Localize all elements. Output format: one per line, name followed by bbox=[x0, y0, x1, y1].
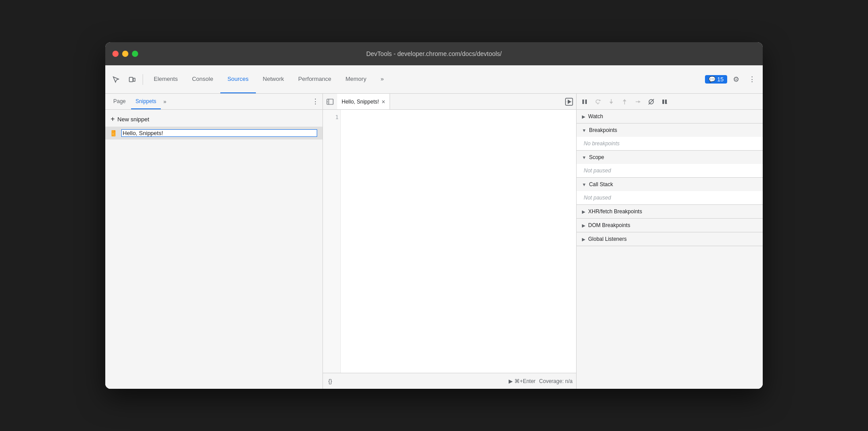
svg-marker-14 bbox=[609, 102, 613, 104]
notification-icon: 💬 bbox=[709, 76, 716, 83]
section-breakpoints-label: Breakpoints bbox=[589, 127, 617, 133]
devtools-window: DevTools - developer.chrome.com/docs/dev… bbox=[105, 42, 763, 389]
debug-step-into-btn[interactable] bbox=[605, 96, 617, 108]
editor-tab-snippets[interactable]: Hello, Snippets! × bbox=[337, 94, 390, 109]
panel-tab-more[interactable]: » bbox=[162, 99, 168, 105]
right-panel: Watch Breakpoints No breakpoints bbox=[576, 94, 763, 389]
panel-tabs: Page Snippets » ⋮ bbox=[105, 94, 323, 110]
toolbar-right: 💬 15 ⚙ ⋮ bbox=[705, 72, 759, 87]
snippet-item[interactable]: >_ Hello, Snippets! bbox=[105, 127, 323, 140]
tab-elements[interactable]: Elements bbox=[147, 65, 185, 93]
debug-step-out-btn[interactable] bbox=[618, 96, 631, 108]
section-scope-header[interactable]: Scope bbox=[577, 151, 763, 164]
section-global-listeners-header[interactable]: Global Listeners bbox=[577, 232, 763, 246]
editor-area: 1 bbox=[323, 110, 576, 373]
section-breakpoints-header[interactable]: Breakpoints bbox=[577, 124, 763, 137]
section-xhr-fetch: XHR/fetch Breakpoints bbox=[577, 205, 763, 219]
section-dom-breakpoints-label: DOM Breakpoints bbox=[588, 222, 630, 228]
tab-network[interactable]: Network bbox=[256, 65, 291, 93]
editor-tab-close[interactable]: × bbox=[382, 98, 385, 105]
inspect-element-btn[interactable] bbox=[109, 72, 123, 87]
global-listeners-arrow-icon bbox=[582, 237, 585, 242]
tab-performance[interactable]: Performance bbox=[291, 65, 338, 93]
section-watch-header[interactable]: Watch bbox=[577, 110, 763, 123]
editor-run-btn[interactable] bbox=[562, 95, 576, 109]
svg-marker-18 bbox=[638, 100, 641, 103]
section-dom-breakpoints: DOM Breakpoints bbox=[577, 219, 763, 232]
close-button[interactable] bbox=[112, 51, 119, 57]
dom-breakpoints-arrow-icon bbox=[582, 223, 585, 228]
devtools-body: Elements Console Sources Network Perform… bbox=[105, 65, 763, 389]
panel-tab-snippets[interactable]: Snippets bbox=[131, 94, 161, 109]
watch-arrow-icon bbox=[582, 114, 585, 119]
snippet-name[interactable]: Hello, Snippets! bbox=[121, 129, 317, 137]
code-editor[interactable] bbox=[341, 110, 576, 373]
section-scope-label: Scope bbox=[589, 154, 604, 160]
run-with-shortcut-btn[interactable]: ▶ ⌘+Enter bbox=[509, 378, 536, 384]
maximize-button[interactable] bbox=[132, 51, 138, 57]
svg-text:>_: >_ bbox=[112, 132, 115, 136]
svg-rect-4 bbox=[327, 99, 333, 104]
title-bar: DevTools - developer.chrome.com/docs/dev… bbox=[105, 42, 763, 65]
debug-pause-btn[interactable] bbox=[578, 96, 591, 108]
device-toolbar-btn[interactable] bbox=[125, 72, 139, 87]
editor-toggle-btn[interactable] bbox=[323, 95, 337, 109]
debug-pause-exceptions-btn[interactable] bbox=[658, 96, 671, 108]
line-number-1: 1 bbox=[325, 113, 338, 121]
section-global-listeners-label: Global Listeners bbox=[588, 236, 627, 242]
editor-footer: {} ▶ ⌘+Enter Coverage: n/a bbox=[323, 373, 576, 389]
run-shortcut: ⌘+Enter bbox=[514, 378, 536, 384]
section-call-stack-label: Call Stack bbox=[589, 181, 613, 188]
debug-step-btn[interactable] bbox=[632, 96, 644, 108]
debugger-toolbar bbox=[577, 94, 763, 110]
traffic-lights bbox=[112, 51, 138, 57]
editor-tab-label: Hello, Snippets! bbox=[342, 99, 379, 105]
tab-console[interactable]: Console bbox=[185, 65, 220, 93]
run-icon: ▶ bbox=[509, 378, 513, 384]
section-global-listeners: Global Listeners bbox=[577, 232, 763, 246]
minimize-button[interactable] bbox=[122, 51, 128, 57]
scope-arrow-icon bbox=[582, 155, 586, 160]
section-xhr-fetch-header[interactable]: XHR/fetch Breakpoints bbox=[577, 205, 763, 218]
toolbar-divider-1 bbox=[143, 74, 143, 85]
tab-sources[interactable]: Sources bbox=[220, 65, 256, 93]
panel-tab-page[interactable]: Page bbox=[109, 94, 130, 109]
tab-bar: Elements Console Sources Network Perform… bbox=[147, 65, 703, 93]
editor-tabs: Hello, Snippets! × bbox=[323, 94, 576, 110]
settings-icon: ⚙ bbox=[733, 75, 739, 84]
main-content: Page Snippets » ⋮ + New snippet bbox=[105, 94, 763, 389]
plus-icon: + bbox=[111, 115, 115, 123]
notification-badge[interactable]: 💬 15 bbox=[705, 75, 727, 84]
svg-marker-11 bbox=[599, 100, 601, 101]
center-panel: Hello, Snippets! × 1 bbox=[323, 94, 576, 389]
section-watch-label: Watch bbox=[588, 113, 603, 120]
svg-rect-10 bbox=[585, 100, 587, 104]
section-breakpoints-content: No breakpoints bbox=[577, 137, 763, 150]
new-snippet-btn[interactable]: + New snippet bbox=[105, 112, 323, 127]
debug-deactivate-btn[interactable] bbox=[645, 96, 657, 108]
section-scope-content: Not paused bbox=[577, 164, 763, 177]
settings-btn[interactable]: ⚙ bbox=[729, 72, 743, 87]
panel-tab-menu[interactable]: ⋮ bbox=[312, 97, 319, 106]
section-xhr-fetch-label: XHR/fetch Breakpoints bbox=[588, 208, 642, 215]
svg-rect-21 bbox=[662, 100, 664, 104]
svg-rect-1 bbox=[133, 78, 135, 81]
top-toolbar: Elements Console Sources Network Perform… bbox=[105, 65, 763, 94]
tab-more[interactable]: » bbox=[374, 65, 391, 93]
window-title: DevTools - developer.chrome.com/docs/dev… bbox=[366, 50, 502, 57]
section-dom-breakpoints-header[interactable]: DOM Breakpoints bbox=[577, 219, 763, 232]
tab-memory[interactable]: Memory bbox=[338, 65, 374, 93]
right-sections: Watch Breakpoints No breakpoints bbox=[577, 110, 763, 389]
section-breakpoints: Breakpoints No breakpoints bbox=[577, 124, 763, 151]
left-panel: Page Snippets » ⋮ + New snippet bbox=[105, 94, 323, 389]
panel-content: + New snippet >_ Hello, Snippets! bbox=[105, 110, 323, 389]
svg-rect-0 bbox=[129, 77, 133, 82]
debug-step-over-btn[interactable] bbox=[592, 96, 604, 108]
section-watch: Watch bbox=[577, 110, 763, 124]
format-btn[interactable]: {} bbox=[326, 377, 334, 385]
section-call-stack-header[interactable]: Call Stack bbox=[577, 178, 763, 191]
xhr-fetch-arrow-icon bbox=[582, 209, 585, 214]
breakpoints-arrow-icon bbox=[582, 128, 586, 133]
more-options-btn[interactable]: ⋮ bbox=[745, 72, 759, 87]
notification-count: 15 bbox=[717, 76, 724, 83]
